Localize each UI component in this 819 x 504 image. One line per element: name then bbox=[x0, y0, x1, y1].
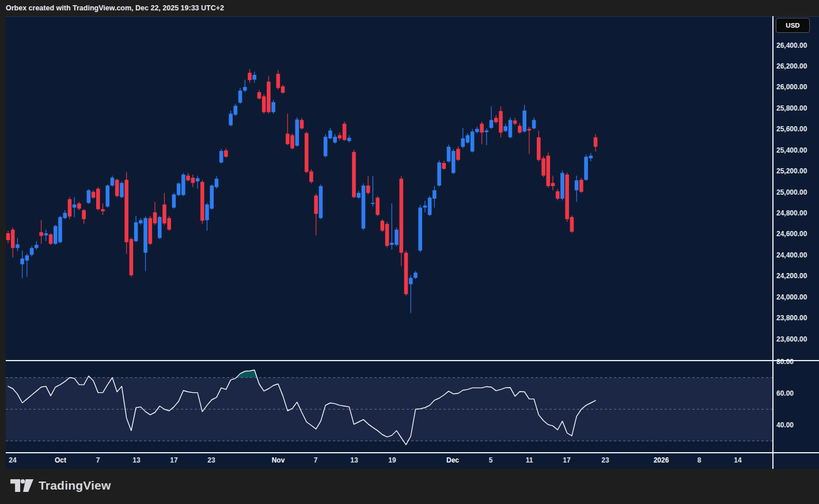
candle bbox=[172, 193, 176, 209]
candle bbox=[248, 69, 252, 83]
tradingview-chart-window: Orbex created with TradingView.com, Dec … bbox=[0, 0, 819, 504]
candle bbox=[16, 238, 20, 251]
candle bbox=[305, 131, 309, 173]
pane-divider-top[interactable] bbox=[6, 360, 819, 361]
candle bbox=[428, 196, 432, 216]
candle bbox=[570, 215, 574, 233]
time-axis-label: 8 bbox=[697, 456, 702, 464]
candle bbox=[513, 118, 517, 126]
candle bbox=[238, 88, 242, 104]
time-axis-label: 23 bbox=[207, 456, 215, 464]
pane-divider-bottom[interactable] bbox=[6, 452, 819, 453]
candle bbox=[20, 251, 24, 278]
candle bbox=[418, 205, 422, 252]
candle bbox=[234, 104, 238, 116]
time-axis-label: 7 bbox=[96, 456, 100, 464]
candle bbox=[39, 220, 43, 244]
candle bbox=[143, 217, 147, 271]
candle bbox=[219, 149, 223, 164]
candle bbox=[158, 216, 162, 239]
candle bbox=[257, 90, 261, 99]
candle bbox=[395, 228, 399, 247]
rsi-pane-canvas[interactable] bbox=[6, 361, 772, 452]
time-axis-label: 5 bbox=[489, 456, 493, 464]
candle bbox=[134, 216, 138, 242]
price-axis-label: 24,800.00 bbox=[776, 209, 807, 218]
credit-bar: Orbex created with TradingView.com, Dec … bbox=[0, 0, 819, 16]
candle bbox=[371, 176, 375, 207]
candle bbox=[352, 150, 356, 198]
candle bbox=[551, 176, 555, 191]
candle bbox=[167, 216, 171, 231]
candle bbox=[63, 210, 67, 219]
footer-bar: TradingView bbox=[0, 469, 819, 504]
time-axis-label: 13 bbox=[350, 456, 358, 464]
rsi-axis-label: 80.00 bbox=[776, 358, 794, 366]
candle bbox=[101, 203, 105, 215]
price-axis-label: 23,800.00 bbox=[776, 314, 807, 323]
candle bbox=[518, 123, 522, 134]
candle bbox=[485, 128, 489, 145]
candle bbox=[68, 197, 72, 219]
price-axis-label: 24,400.00 bbox=[776, 251, 807, 260]
candle bbox=[494, 115, 498, 124]
candle bbox=[11, 228, 15, 257]
candle bbox=[115, 179, 119, 197]
candle bbox=[509, 118, 513, 138]
candle bbox=[437, 160, 441, 187]
currency-button[interactable]: USD bbox=[776, 18, 810, 33]
tradingview-logo-icon bbox=[10, 478, 33, 493]
time-axis-label: 2026 bbox=[654, 456, 669, 464]
price-axis-label: 26,000.00 bbox=[776, 83, 807, 92]
time-axis-label: Oct bbox=[55, 456, 66, 464]
candle bbox=[210, 184, 214, 210]
tradingview-logo[interactable]: TradingView bbox=[10, 478, 111, 493]
candle bbox=[528, 127, 532, 154]
candle bbox=[409, 275, 413, 313]
candle bbox=[560, 170, 564, 200]
candle bbox=[243, 79, 247, 92]
candle bbox=[414, 271, 418, 279]
time-axis-label: 17 bbox=[170, 456, 177, 464]
candle bbox=[362, 184, 366, 230]
candle bbox=[423, 201, 427, 213]
time-axis-label: Nov bbox=[272, 456, 285, 464]
candle bbox=[381, 219, 385, 232]
candle bbox=[556, 190, 560, 200]
price-chart-canvas[interactable] bbox=[6, 16, 772, 360]
candle bbox=[589, 153, 593, 162]
price-axis-label: 24,200.00 bbox=[776, 272, 807, 281]
candle bbox=[87, 190, 91, 204]
candle bbox=[281, 85, 285, 93]
candle bbox=[35, 241, 39, 250]
candle bbox=[49, 233, 53, 245]
candle bbox=[111, 176, 115, 187]
price-axis-label: 23,600.00 bbox=[776, 335, 807, 344]
candle bbox=[82, 209, 86, 224]
candle bbox=[324, 134, 328, 157]
candle bbox=[267, 76, 271, 114]
price-axis-label: 26,200.00 bbox=[776, 62, 807, 71]
candle bbox=[309, 169, 313, 184]
candle bbox=[162, 193, 166, 225]
price-axis-label: 26,400.00 bbox=[776, 41, 807, 50]
candle bbox=[490, 107, 494, 129]
candle bbox=[96, 187, 100, 210]
credit-text: Orbex created with TradingView.com, Dec … bbox=[6, 4, 224, 12]
candle bbox=[579, 178, 583, 193]
candle bbox=[343, 122, 347, 141]
price-axis-label: 25,400.00 bbox=[776, 146, 807, 155]
candle bbox=[105, 184, 109, 207]
time-axis-label: Dec bbox=[446, 456, 459, 464]
price-axis-label: 24,600.00 bbox=[776, 230, 807, 238]
candle bbox=[537, 131, 541, 162]
candle bbox=[390, 203, 394, 249]
candle bbox=[480, 122, 484, 144]
time-axis-label: 11 bbox=[526, 456, 533, 464]
time-axis-label: 13 bbox=[132, 456, 140, 464]
candle bbox=[357, 191, 361, 199]
candle bbox=[503, 124, 507, 132]
candle bbox=[433, 186, 437, 207]
candle bbox=[565, 172, 569, 222]
candle bbox=[319, 184, 323, 219]
